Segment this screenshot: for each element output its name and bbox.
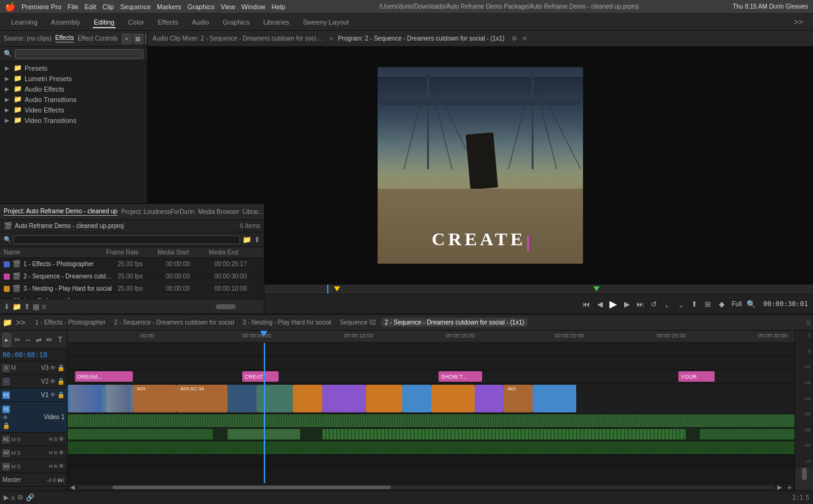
menu-premiere-pro[interactable]: Premiere Pro bbox=[22, 3, 61, 10]
workspace-tab-libraries[interactable]: Libraries bbox=[262, 16, 290, 28]
a3-btn[interactable]: A3 bbox=[2, 463, 10, 470]
scroll-left-btn[interactable]: ◀ bbox=[70, 484, 75, 490]
video-clip-4[interactable] bbox=[256, 385, 293, 412]
menu-clip[interactable]: Clip bbox=[103, 3, 114, 10]
hscroll-track[interactable] bbox=[77, 486, 775, 489]
video-clip-10[interactable] bbox=[475, 385, 504, 412]
video-clip-3[interactable] bbox=[228, 385, 256, 412]
menu-help[interactable]: Help bbox=[272, 3, 286, 10]
effects-item-audio-effects[interactable]: ▶ 📁 Audio Effects bbox=[0, 84, 147, 94]
project-search-input[interactable] bbox=[14, 235, 240, 244]
proj-icon-new-bin[interactable]: 📁 bbox=[242, 235, 252, 244]
seq-tab-2[interactable]: 2 - Sequence - Dreamers cutdown for soci… bbox=[111, 318, 238, 327]
step-back-btn[interactable]: ◀ bbox=[594, 299, 605, 310]
proj-item-2[interactable]: 🎬 2 - Sequence - Dreamers cutdown for s.… bbox=[0, 270, 264, 283]
a2-clip-3[interactable] bbox=[322, 429, 686, 439]
tl-timecode[interactable]: 00:00:08:18 bbox=[2, 351, 47, 359]
proj-tab-2[interactable]: Project: LoudnessForDurin bbox=[121, 208, 194, 215]
a2-eye[interactable]: 👁 bbox=[58, 449, 65, 456]
close-icon[interactable]: ✕ bbox=[522, 35, 527, 42]
workspace-tab-learning[interactable]: Learning bbox=[10, 16, 39, 28]
video-clip-aoi[interactable]: AOI bbox=[133, 385, 176, 412]
proj-item-1[interactable]: 🎬 1 - Effects - Photographer 25.00 fps 0… bbox=[0, 258, 264, 270]
clip-creat[interactable]: CREAT bbox=[242, 371, 279, 382]
add-track-btn[interactable]: + bbox=[787, 482, 792, 491]
proj-bottom-icon-5[interactable]: ≡ bbox=[42, 302, 46, 311]
tl-tool-select[interactable]: ▸ bbox=[2, 333, 11, 347]
tl-bottom-list[interactable]: ≡ bbox=[11, 494, 15, 502]
a2-clip-2[interactable] bbox=[228, 429, 300, 439]
v2-sync[interactable]: S bbox=[2, 378, 10, 385]
play-btn[interactable]: ▶ bbox=[608, 299, 619, 310]
apple-menu[interactable]: 🍎 bbox=[5, 2, 15, 12]
v2-lock[interactable]: 🔒 bbox=[57, 378, 65, 385]
v3-sync[interactable]: S bbox=[2, 364, 10, 372]
seq-tab-3[interactable]: 3 - Nesting - Play Hard for social bbox=[239, 318, 335, 327]
workspace-tab-effects[interactable]: Effects bbox=[156, 16, 179, 28]
workspace-tab-editing[interactable]: Editing bbox=[93, 16, 116, 28]
go-to-out-btn[interactable]: ⏭ bbox=[635, 299, 646, 310]
safe-margins-btn[interactable]: ⊞ bbox=[702, 299, 713, 310]
panel-icon-btn-2[interactable]: ▦ bbox=[133, 34, 143, 44]
v3-eye[interactable]: 👁 bbox=[50, 364, 56, 371]
a2-clip-1[interactable] bbox=[68, 429, 213, 439]
timeline-ruler[interactable]: 00:00 00:00:05:00 00:00:10:00 00:00:15:0… bbox=[68, 331, 795, 343]
workspace-tab-graphics[interactable]: Graphics bbox=[221, 16, 251, 28]
proj-bottom-icon-3[interactable]: ⬆ bbox=[24, 302, 30, 311]
tl-folder-btn[interactable]: 📁 bbox=[2, 318, 12, 327]
video-clip-aoi2[interactable]: A01 bbox=[504, 385, 533, 412]
v3-toggle[interactable]: M bbox=[11, 364, 16, 371]
effects-item-lumetri[interactable]: ▶ 📁 Lumetri Presets bbox=[0, 73, 147, 84]
clip-showt[interactable]: SHOW T... bbox=[438, 371, 482, 382]
a1-mute[interactable]: M bbox=[11, 436, 16, 443]
menu-file[interactable]: File bbox=[68, 3, 79, 10]
loop-btn[interactable]: ↺ bbox=[648, 299, 659, 310]
vscroll-area[interactable] bbox=[795, 466, 813, 490]
a3-solo[interactable]: S bbox=[17, 463, 21, 470]
a1-clip-1[interactable] bbox=[68, 414, 795, 427]
seq-tab-4[interactable]: Sequence 02 bbox=[336, 318, 380, 327]
effects-item-presets[interactable]: ▶ 📁 Presets bbox=[0, 63, 147, 73]
video-clip-1[interactable] bbox=[68, 385, 104, 412]
scroll-right-btn[interactable]: ▶ bbox=[777, 484, 782, 490]
tl-tool-roll[interactable]: ⇌ bbox=[34, 333, 43, 347]
video-clip-11[interactable] bbox=[533, 385, 576, 412]
add-marker-btn[interactable]: ◆ bbox=[716, 299, 727, 310]
proj-icon-upload[interactable]: ⬆ bbox=[254, 235, 260, 244]
v1-lock[interactable]: 🔒 bbox=[57, 392, 65, 398]
tl-bottom-play[interactable]: ▶ bbox=[4, 494, 9, 502]
effects-tab[interactable]: Effects bbox=[55, 34, 74, 42]
timeline-hscroll[interactable]: ◀ ▶ + bbox=[68, 483, 795, 490]
proj-bottom-scrollbar[interactable] bbox=[211, 304, 260, 309]
mark-out-btn[interactable]: ⌟ bbox=[675, 299, 686, 310]
clip-dream[interactable]: DREAM... bbox=[75, 371, 133, 382]
tl-expand-btn[interactable]: >> bbox=[16, 318, 25, 327]
a3-clip-1[interactable] bbox=[68, 441, 795, 454]
menu-markers[interactable]: Markers bbox=[157, 3, 181, 10]
effects-item-video-effects[interactable]: ▶ 📁 Video Effects bbox=[0, 104, 147, 115]
settings-icon[interactable]: ⚙ bbox=[512, 35, 517, 42]
a1-btn[interactable]: A1 bbox=[2, 436, 10, 443]
mark-in-btn[interactable]: ⌞ bbox=[662, 299, 673, 310]
master-expand[interactable]: ⏭ bbox=[57, 476, 65, 484]
menu-sequence[interactable]: Sequence bbox=[120, 3, 151, 10]
workspace-tab-sweeny[interactable]: Sweeny Layout bbox=[301, 16, 350, 28]
video-clip-aoisc[interactable]: AOI:SC:34 bbox=[176, 385, 228, 412]
menu-graphics[interactable]: Graphics bbox=[188, 3, 215, 10]
proj-bottom-icon-1[interactable]: ⬇ bbox=[4, 302, 10, 311]
menu-edit[interactable]: Edit bbox=[85, 3, 97, 10]
video-clip-5[interactable] bbox=[293, 385, 322, 412]
proj-bottom-icon-2[interactable]: 📁 bbox=[12, 302, 22, 311]
video-clip-8[interactable] bbox=[402, 385, 431, 412]
panel-icon-btn-3[interactable]: ⋯ bbox=[145, 34, 147, 44]
export-btn[interactable]: ⬆ bbox=[689, 299, 700, 310]
effects-search-input[interactable] bbox=[15, 49, 143, 59]
video-clip-6[interactable] bbox=[322, 385, 366, 412]
a3-eye[interactable]: 👁 bbox=[58, 463, 65, 470]
seq-tab-1[interactable]: 1 - Effects - Photographer bbox=[31, 318, 109, 327]
tl-tool-razor[interactable]: ✂ bbox=[13, 333, 22, 347]
proj-tab-1[interactable]: Project: Auto Reframe Demo - cleaned up bbox=[4, 208, 117, 216]
panel-icon-btn-1[interactable]: ≡ bbox=[122, 34, 132, 44]
workspace-more[interactable]: >> bbox=[794, 17, 803, 26]
proj-tab-media[interactable]: Media Browser bbox=[198, 208, 239, 215]
